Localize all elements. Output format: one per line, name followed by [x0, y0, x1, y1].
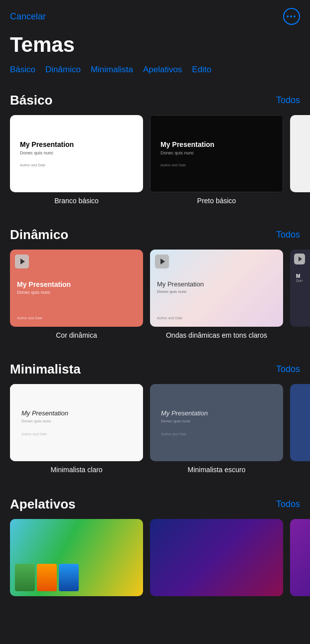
section-basico-header: Básico Todos [0, 93, 310, 115]
section-minimalista-all-button[interactable]: Todos [276, 364, 300, 375]
play-triangle-waves [160, 258, 165, 264]
min-dark-pres-author: Author and Date [161, 432, 272, 436]
section-apelativos-header: Apelativos Todos [0, 497, 310, 519]
template-apelativo-1[interactable] [10, 519, 143, 596]
thumb-branco-basico: My Presentation Donec quis nunc Author a… [10, 115, 143, 192]
cor-dinamica-label: Cor dinâmica [56, 331, 97, 340]
template-preto-basico[interactable]: My Presentation Donec quis nunc Author a… [150, 115, 283, 205]
play-icon-partial [294, 254, 305, 264]
minimalista-templates-row: My Presentation Donec quis nunc Author a… [0, 384, 310, 474]
preto-pres-title: My Presentation [160, 140, 273, 148]
dinamico-templates-row: My Presentation Donec quis nunc Author a… [0, 250, 310, 340]
preto-basico-label: Preto básico [197, 196, 236, 205]
thumb-preto-basico: My Presentation Donec quis nunc Author a… [150, 115, 283, 192]
ellipsis-icon: ••• [287, 13, 297, 20]
partial-pres-sub: Don [296, 279, 310, 282]
branco-pres-author: Author and Date [20, 163, 133, 167]
thumb-cor-dinamica: My Presentation Donec quis nunc Author a… [10, 250, 143, 327]
more-options-button[interactable]: ••• [283, 8, 300, 25]
preto-pres-author: Author and Date [160, 163, 273, 167]
template-cor-dinamica[interactable]: My Presentation Donec quis nunc Author a… [10, 250, 143, 340]
tab-dinamico[interactable]: Dinâmico [45, 65, 81, 75]
template-branco-basico[interactable]: My Presentation Donec quis nunc Author a… [10, 115, 143, 205]
thumb-apelativo-2 [150, 519, 283, 596]
tab-apelativos[interactable]: Apelativos [143, 65, 182, 75]
template-basico-partial[interactable] [290, 115, 310, 205]
thumb-minimalista-escuro: My Presentation Donec quis nunc Author a… [150, 384, 283, 461]
template-minimalista-escuro[interactable]: My Presentation Donec quis nunc Author a… [150, 384, 283, 474]
coral-pres-sub: Donec quis nunc [17, 290, 136, 295]
thumb-apelativo-partial [290, 519, 310, 596]
minimalista-claro-label: Minimalista claro [50, 465, 102, 474]
top-bar: Cancelar ••• [0, 0, 310, 29]
section-minimalista-title: Minimalista [10, 362, 81, 377]
section-dinamico: Dinâmico Todos My Presentation Donec qui… [0, 217, 310, 352]
min-dark-pres-sub: Donec quis nunc [161, 419, 272, 423]
filter-tabs: Básico Dinâmico Minimalista Apelativos E… [0, 65, 310, 83]
play-icon-waves [155, 255, 169, 268]
play-icon [15, 255, 29, 268]
basico-templates-row: My Presentation Donec quis nunc Author a… [0, 115, 310, 205]
branco-pres-title: My Presentation [20, 140, 133, 148]
section-minimalista: Minimalista Todos My Presentation Donec … [0, 352, 310, 486]
min-dark-pres-title: My Presentation [161, 409, 272, 417]
page-title: Temas [0, 29, 310, 65]
template-minimalista-partial[interactable] [290, 384, 310, 474]
cancel-button[interactable]: Cancelar [10, 11, 46, 22]
min-light-pres-author: Author and Date [21, 432, 132, 436]
template-dinamico-partial[interactable]: M Don [290, 250, 310, 340]
section-apelativos: Apelativos Todos [0, 487, 310, 608]
section-basico: Básico Todos My Presentation Donec quis … [0, 83, 310, 217]
ondas-dinamicas-label: Ondas dinâmicas em tons claros [166, 331, 267, 340]
thumb-minimalista-partial [290, 384, 310, 461]
min-light-pres-sub: Donec quis nunc [21, 419, 132, 423]
minimalista-escuro-label: Minimalista escuro [188, 465, 246, 474]
thumb-apelativo-1 [10, 519, 143, 596]
thumb-ondas-dinamicas: My Presentation Donec quis nunc Author a… [150, 250, 283, 327]
tab-minimalista[interactable]: Minimalista [91, 65, 133, 75]
branco-basico-label: Branco básico [54, 196, 99, 205]
section-apelativos-all-button[interactable]: Todos [276, 499, 300, 510]
apelativos-templates-row [0, 519, 310, 596]
section-apelativos-title: Apelativos [10, 497, 76, 512]
waves-pres-author: Author and Date [157, 316, 276, 320]
play-triangle [20, 258, 25, 264]
template-minimalista-claro[interactable]: My Presentation Donec quis nunc Author a… [10, 384, 143, 474]
section-dinamico-all-button[interactable]: Todos [276, 230, 300, 240]
thumb-minimalista-claro: My Presentation Donec quis nunc Author a… [10, 384, 143, 461]
preto-pres-sub: Donec quis nunc [160, 150, 273, 155]
thumb-basico-partial [290, 115, 310, 192]
template-ondas-dinamicas[interactable]: My Presentation Donec quis nunc Author a… [150, 250, 283, 340]
waves-pres-sub: Donec quis nunc [157, 289, 276, 294]
coral-pres-author: Author and Date [17, 316, 136, 320]
thumb-dinamico-partial: M Don [290, 250, 310, 327]
section-dinamico-header: Dinâmico Todos [0, 227, 310, 250]
tab-basico[interactable]: Básico [10, 65, 35, 75]
section-basico-title: Básico [10, 93, 52, 108]
tab-edito[interactable]: Edito [192, 65, 211, 75]
section-minimalista-header: Minimalista Todos [0, 362, 310, 384]
play-triangle-partial [299, 257, 302, 261]
branco-pres-sub: Donec quis nunc [20, 150, 133, 155]
partial-pres-title: M [296, 273, 310, 279]
template-apelativo-2[interactable] [150, 519, 283, 596]
section-basico-all-button[interactable]: Todos [276, 95, 300, 106]
waves-pres-title: My Presentation [157, 280, 276, 288]
template-apelativo-partial[interactable] [290, 519, 310, 596]
coral-pres-title: My Presentation [17, 280, 136, 288]
section-dinamico-title: Dinâmico [10, 227, 68, 243]
min-light-pres-title: My Presentation [21, 409, 132, 417]
